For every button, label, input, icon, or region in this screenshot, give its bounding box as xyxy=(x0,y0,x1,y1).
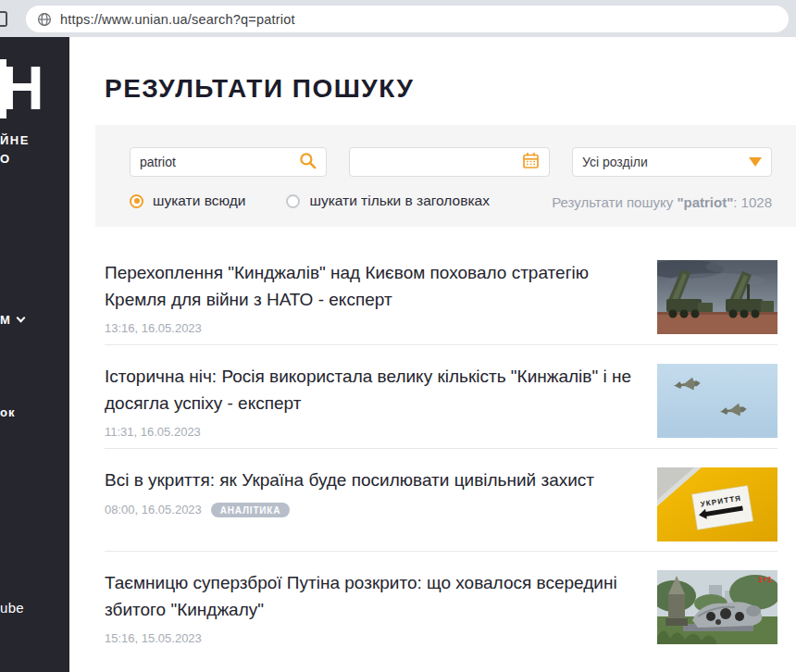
bookmark-icon[interactable] xyxy=(0,11,7,27)
tagline-line-1: ЙНЕ xyxy=(0,131,30,150)
article-thumbnail-patriot-launchers[interactable] xyxy=(657,260,777,334)
section-select[interactable]: Усі розділи xyxy=(572,147,772,177)
article-time: 08:00, 16.05.2023 xyxy=(105,503,202,516)
sidebar-menu-item[interactable]: ок xyxy=(0,405,15,419)
results-count: Результати пошуку "patriot": 1028 xyxy=(552,194,772,210)
radio-search-everywhere[interactable]: шукати всюди xyxy=(130,193,245,209)
unian-logo[interactable]: Н xyxy=(0,57,46,118)
article-row[interactable]: Таємницю суперзброї Путіна розкрито: що … xyxy=(105,551,777,654)
section-selected-value: Усі розділи xyxy=(582,155,749,169)
article-title[interactable]: Всі в укриття: як Україна буде посилюват… xyxy=(105,467,639,494)
article-row[interactable]: Перехоплення "Кинджалів" над Києвом похо… xyxy=(105,245,777,344)
radio-label: шукати тільки в заголовках xyxy=(309,193,489,209)
url-text[interactable]: https://www.unian.ua/search?q=patriot xyxy=(60,12,295,27)
logo-tagline: ЙНЕ О xyxy=(0,131,30,168)
article-time: 13:16, 16.05.2023 xyxy=(105,321,202,335)
sidebar-menu-label: ube xyxy=(0,600,24,616)
article-thumbnail-shelter-sign[interactable]: УКРИТТЯ xyxy=(657,467,777,541)
results-query: "patriot" xyxy=(677,194,733,210)
date-input[interactable] xyxy=(359,155,522,169)
search-panel: Усі розділи шукати всюди шукати тільки в… xyxy=(95,125,796,227)
article-title[interactable]: Таємницю суперзброї Путіна розкрито: що … xyxy=(105,570,639,623)
search-input[interactable] xyxy=(140,155,299,169)
article-row[interactable]: Всі в укриття: як Україна буде посилюват… xyxy=(105,448,777,551)
article-time: 11:31, 16.05.2023 xyxy=(105,425,201,439)
sidebar-menu-item-youtube[interactable]: ube xyxy=(0,600,24,616)
article-time: 15:16, 15.05.2023 xyxy=(105,631,202,645)
radio-unselected-icon[interactable] xyxy=(286,194,300,208)
search-scope-radios: шукати всюди шукати тільки в заголовках xyxy=(130,193,530,209)
radio-search-titles-only[interactable]: шукати тільки в заголовках xyxy=(286,193,489,209)
globe-icon xyxy=(37,12,52,27)
date-field[interactable] xyxy=(349,147,550,177)
article-row[interactable]: Історична ніч: Росія використала велику … xyxy=(105,344,777,448)
tv-channel-watermark: 1+1 xyxy=(758,575,772,584)
sidebar-menu-label: ок xyxy=(0,405,15,419)
search-field[interactable] xyxy=(130,147,327,177)
results-total: : 1028 xyxy=(733,194,772,210)
search-icon[interactable] xyxy=(299,152,317,173)
article-thumbnail-missile-wreckage[interactable]: 1+1 xyxy=(657,570,777,644)
tagline-line-2: О xyxy=(0,150,30,168)
chevron-down-icon xyxy=(16,314,25,323)
search-results-list: Перехоплення "Кинджалів" над Києвом похо… xyxy=(105,245,777,654)
article-title[interactable]: Перехоплення "Кинджалів" над Києвом похо… xyxy=(105,260,639,313)
article-title[interactable]: Історична ніч: Росія використала велику … xyxy=(105,364,639,417)
sidebar-menu-label: М xyxy=(0,313,11,327)
results-prefix: Результати пошуку xyxy=(552,194,677,210)
main-content: РЕЗУЛЬТАТИ ПОШУКУ xyxy=(69,37,796,672)
article-thumbnail-fighter-jets[interactable] xyxy=(657,364,777,438)
calendar-icon[interactable] xyxy=(522,152,540,173)
radio-selected-icon[interactable] xyxy=(130,194,143,208)
sidebar: Н ЙНЕ О М ок ube xyxy=(0,37,69,672)
page-title: РЕЗУЛЬТАТИ ПОШУКУ xyxy=(105,74,414,104)
radio-label: шукати всюди xyxy=(153,193,245,209)
browser-toolbar: https://www.unian.ua/search?q=patriot xyxy=(0,0,796,37)
article-badge: АНАЛІТИКА xyxy=(211,503,290,517)
sidebar-menu-item[interactable]: М xyxy=(0,313,24,327)
triangle-down-icon xyxy=(749,157,762,167)
address-bar[interactable]: https://www.unian.ua/search?q=patriot xyxy=(26,6,789,32)
